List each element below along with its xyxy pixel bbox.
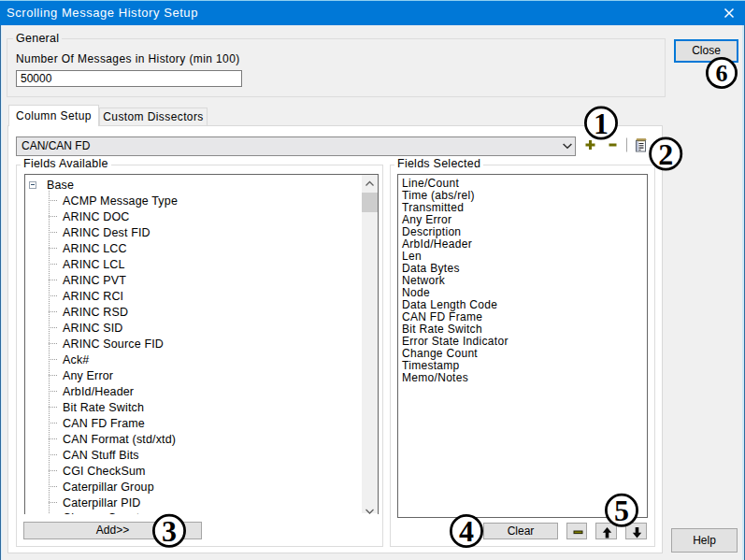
svg-text:1: 1 — [594, 107, 609, 140]
svg-text:3: 3 — [162, 514, 177, 548]
svg-text:5: 5 — [614, 494, 629, 527]
svg-text:6: 6 — [716, 60, 728, 87]
svg-text:2: 2 — [658, 137, 673, 171]
svg-text:4: 4 — [459, 514, 474, 548]
